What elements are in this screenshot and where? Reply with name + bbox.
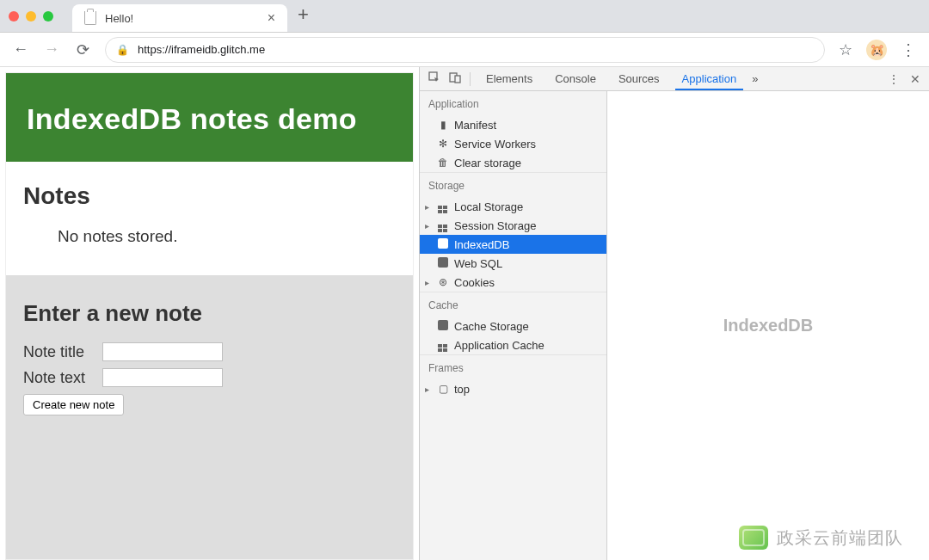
inspect-element-icon[interactable] (428, 71, 440, 86)
file-icon: ▮ (437, 119, 449, 131)
lock-icon: 🔒 (116, 44, 129, 56)
frame-icon: ▢ (437, 383, 449, 395)
note-title-input[interactable] (102, 342, 223, 361)
page-title: IndexedDB notes demo (27, 102, 392, 136)
sidebar-item-service-workers[interactable]: ▸✻Service Workers (420, 134, 606, 153)
tab-application[interactable]: Application (675, 67, 744, 90)
section-storage: Storage (420, 172, 606, 197)
sidebar-item-indexeddb[interactable]: ▸IndexedDB (420, 235, 606, 254)
sidebar-item-session-storage[interactable]: ▸Session Storage (420, 216, 606, 235)
tab-console[interactable]: Console (548, 67, 603, 90)
more-tabs-icon[interactable]: » (752, 72, 758, 85)
devtools-tab-bar: Elements Console Sources Application » ⋮… (420, 67, 929, 91)
sidebar-item-manifest[interactable]: ▸▮Manifest (420, 115, 606, 134)
main-placeholder-text: IndexedDB (723, 316, 813, 335)
create-note-button[interactable]: Create new note (23, 394, 124, 415)
notes-empty-text: No notes stored. (58, 227, 396, 246)
close-tab-icon[interactable]: × (268, 11, 275, 25)
page-viewport: IndexedDB notes demo Notes No notes stor… (0, 67, 419, 560)
address-bar[interactable]: 🔒 https://iframeidb.glitch.me (105, 37, 825, 63)
section-frames: Frames (420, 354, 606, 379)
close-devtools-icon[interactable]: ✕ (910, 72, 920, 86)
database-icon (437, 320, 449, 333)
sidebar-item-cookies[interactable]: ▸⊛Cookies (420, 273, 606, 292)
form-heading: Enter a new note (23, 300, 396, 327)
window-controls (9, 0, 53, 32)
reload-button[interactable]: ⟳ (74, 40, 91, 59)
browser-toolbar: ← → ⟳ 🔒 https://iframeidb.glitch.me ☆ 🐹 … (0, 33, 929, 67)
forward-button[interactable]: → (43, 40, 60, 58)
devtools-menu-icon[interactable]: ⋮ (888, 72, 900, 86)
database-icon (437, 238, 449, 251)
note-text-label: Note text (23, 369, 97, 387)
sidebar-item-clear-storage[interactable]: ▸🗑Clear storage (420, 153, 606, 172)
database-icon (437, 257, 449, 270)
section-cache: Cache (420, 292, 606, 317)
table-icon (437, 218, 449, 233)
sidebar-item-local-storage[interactable]: ▸Local Storage (420, 197, 606, 216)
device-toolbar-icon[interactable] (449, 71, 461, 86)
sidebar-item-top-frame[interactable]: ▸▢top (420, 379, 606, 398)
bookmark-star-icon[interactable]: ☆ (839, 40, 852, 59)
sidebar-item-web-sql[interactable]: ▸Web SQL (420, 254, 606, 273)
close-window-icon[interactable] (9, 11, 19, 22)
profile-avatar[interactable]: 🐹 (866, 40, 887, 60)
watermark: 政采云前端团队 (739, 526, 903, 550)
trash-icon: 🗑 (437, 157, 449, 169)
devtools-panel: Elements Console Sources Application » ⋮… (419, 67, 929, 560)
browser-tab[interactable]: Hello! × (72, 4, 287, 32)
new-note-form: Enter a new note Note title Note text Cr… (6, 275, 413, 559)
gear-icon: ✻ (437, 138, 449, 150)
svg-rect-2 (455, 76, 460, 83)
sidebar-item-app-cache[interactable]: ▸Application Cache (420, 335, 606, 354)
minimize-window-icon[interactable] (26, 11, 36, 22)
cookie-icon: ⊛ (437, 276, 449, 288)
page-favicon-icon (84, 11, 96, 25)
table-icon (437, 338, 449, 353)
browser-tab-strip: Hello! × + (0, 0, 929, 33)
tab-elements[interactable]: Elements (479, 67, 539, 90)
tab-sources[interactable]: Sources (612, 67, 667, 90)
note-text-input[interactable] (102, 368, 223, 387)
section-application: Application (420, 91, 606, 115)
devtools-sidebar: Application ▸▮Manifest ▸✻Service Workers… (420, 91, 607, 560)
page-header: IndexedDB notes demo (6, 73, 413, 162)
new-tab-button[interactable]: + (298, 3, 309, 29)
note-title-label: Note title (23, 343, 97, 361)
wechat-icon (739, 526, 768, 550)
browser-menu-button[interactable]: ⋮ (901, 40, 917, 59)
watermark-text: 政采云前端团队 (777, 526, 903, 550)
notes-section: Notes No notes stored. (6, 162, 413, 275)
tab-title: Hello! (105, 12, 133, 25)
maximize-window-icon[interactable] (43, 11, 53, 22)
back-button[interactable]: ← (12, 40, 29, 58)
table-icon (437, 200, 449, 214)
url-text: https://iframeidb.glitch.me (138, 43, 265, 56)
devtools-main-pane: IndexedDB (607, 91, 929, 560)
notes-heading: Notes (23, 182, 396, 210)
sidebar-item-cache-storage[interactable]: ▸Cache Storage (420, 317, 606, 335)
